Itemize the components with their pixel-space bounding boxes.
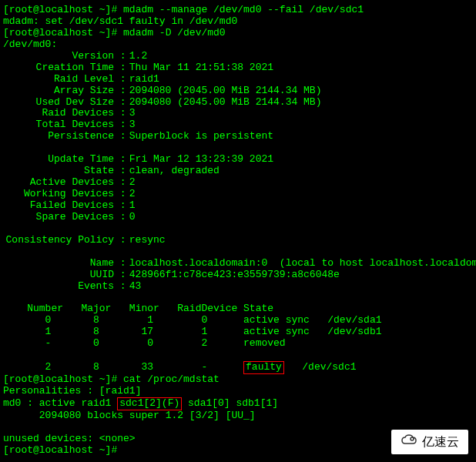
row-raid-devices: Raid Devices : 3 (3, 108, 473, 119)
row-persistence: Persistence : Superblock is persistent (3, 131, 473, 142)
cmd-mdadm-detail: [root@localhost ~]# mdadm -D /dev/md0 (3, 28, 473, 39)
label-active-devices: Active Devices (3, 177, 114, 189)
faulty-highlight: faulty (243, 361, 284, 374)
label-update-time: Update Time (3, 154, 114, 166)
device-row-0: 0 8 1 0 active sync /dev/sda1 (3, 315, 473, 326)
faulty-row-post: /dev/sdc1 (284, 361, 357, 373)
watermark-badge: 亿速云 (391, 430, 468, 454)
value-working-devices: 2 (129, 189, 136, 200)
label-array-size: Array Size (3, 85, 114, 97)
faulty-row-pre: 2 8 33 - (3, 361, 243, 373)
value-events: 43 (129, 281, 142, 293)
value-consistency-policy: resync (129, 235, 166, 246)
mdadm-output: mdadm: set /dev/sdc1 faulty in /dev/md0 (3, 16, 473, 28)
row-used-dev-size: Used Dev Size : 2094080 (2045.00 MiB 214… (3, 97, 473, 109)
label-uuid: UUID (3, 270, 114, 281)
value-array-size: 2094080 (2045.00 MiB 2144.34 MB) (129, 85, 322, 97)
row-working-devices: Working Devices : 2 (3, 189, 473, 200)
label-failed-devices: Failed Devices (3, 200, 114, 212)
row-update-time: Update Time : Fri Mar 12 13:23:39 2021 (3, 154, 473, 166)
blank-5 (3, 350, 473, 361)
row-uuid: UUID : 428966f1:c78ce423:e3559739:a8c604… (3, 270, 473, 281)
label-events: Events (3, 281, 114, 293)
row-total-devices: Total Devices : 3 (3, 119, 473, 131)
value-raid-level: raid1 (129, 74, 159, 85)
personalities-line: Personalities : [raid1] (3, 386, 473, 397)
blocks-line: 2094080 blocks super 1.2 [3/2] [UU_] (3, 410, 473, 422)
value-failed-devices: 1 (129, 200, 136, 212)
row-active-devices: Active Devices : 2 (3, 177, 473, 189)
row-events: Events : 43 (3, 281, 473, 293)
value-creation-time: Thu Mar 11 21:51:38 2021 (129, 62, 273, 74)
label-creation-time: Creation Time (3, 62, 114, 74)
row-consistency-policy: Consistency Policy : resync (3, 235, 473, 246)
label-persistence: Persistence (3, 131, 114, 142)
row-raid-level: Raid Level : raid1 (3, 74, 473, 85)
value-spare-devices: 0 (129, 212, 136, 223)
value-total-devices: 3 (129, 119, 136, 131)
label-name: Name (3, 258, 114, 270)
device-table-header: Number Major Minor RaidDevice State (3, 303, 473, 315)
label-version: Version (3, 51, 114, 62)
blank-1 (3, 142, 473, 154)
label-consistency-policy: Consistency Policy (3, 235, 114, 246)
label-raid-level: Raid Level (3, 74, 114, 85)
sdc1-highlight: sdc1[2](F) (117, 397, 182, 410)
cmd-mdadm-fail: [root@localhost ~]# mdadm --manage /dev/… (3, 5, 473, 16)
label-working-devices: Working Devices (3, 189, 114, 200)
row-failed-devices: Failed Devices : 1 (3, 200, 473, 212)
device-row-faulty: 2 8 33 - faulty /dev/sdc1 (3, 361, 473, 374)
blank-3 (3, 246, 473, 258)
value-active-devices: 2 (129, 177, 136, 189)
device-header: /dev/md0: (3, 39, 473, 51)
device-row-1: 1 8 17 1 active sync /dev/sdb1 (3, 326, 473, 338)
value-state: clean, degraded (129, 166, 220, 177)
label-total-devices: Total Devices (3, 119, 114, 131)
label-used-dev-size: Used Dev Size (3, 97, 114, 109)
value-name: localhost.localdomain:0 (local to host l… (129, 258, 476, 270)
cloud-icon (401, 434, 419, 450)
device-row-2: - 0 0 2 removed (3, 338, 473, 350)
watermark-text: 亿速云 (422, 435, 459, 449)
value-used-dev-size: 2094080 (2045.00 MiB 2144.34 MB) (129, 97, 322, 109)
md0-post: sda1[0] sdb1[1] (182, 397, 278, 409)
md0-pre: md0 : active raid1 (3, 397, 117, 409)
value-raid-devices: 3 (129, 108, 136, 119)
blank-4 (3, 292, 473, 303)
label-state: State (3, 166, 114, 177)
cmd-cat-mdstat: [root@localhost ~]# cat /proc/mdstat (3, 374, 473, 386)
value-uuid: 428966f1:c78ce423:e3559739:a8c6048e (129, 270, 340, 281)
row-array-size: Array Size : 2094080 (2045.00 MiB 2144.3… (3, 85, 473, 97)
row-creation-time: Creation Time : Thu Mar 11 21:51:38 2021 (3, 62, 473, 74)
row-spare-devices: Spare Devices : 0 (3, 212, 473, 223)
row-name: Name : localhost.localdomain:0 (local to… (3, 258, 473, 270)
blank-2 (3, 223, 473, 235)
value-version: 1.2 (129, 51, 147, 62)
row-version: Version : 1.2 (3, 51, 473, 62)
label-raid-devices: Raid Devices (3, 108, 114, 119)
row-state: State : clean, degraded (3, 166, 473, 177)
md0-line: md0 : active raid1 sdc1[2](F) sda1[0] sd… (3, 397, 473, 410)
label-spare-devices: Spare Devices (3, 212, 114, 223)
value-persistence: Superblock is persistent (129, 131, 273, 142)
value-update-time: Fri Mar 12 13:23:39 2021 (129, 154, 273, 166)
